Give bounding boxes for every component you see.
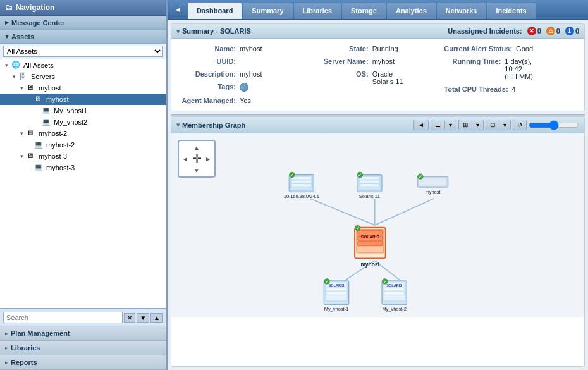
graph-type-dropdown[interactable]: ▾ xyxy=(499,120,510,130)
tab-storage[interactable]: Storage xyxy=(342,3,386,19)
tab-analytics[interactable]: Analytics xyxy=(387,3,436,19)
myhost-center-os-label: SOLARIS xyxy=(361,235,380,239)
svg-text:✓: ✓ xyxy=(358,173,362,177)
search-input[interactable] xyxy=(3,312,123,323)
agent-managed-row: Agent Managed: Yes xyxy=(179,96,312,106)
graph-node-vhost1[interactable]: SOLARIS ✓ My_vhost-1 xyxy=(324,278,348,312)
tree-item-myhost3[interactable]: 💻 myhost-3 xyxy=(0,162,166,173)
tab-summary[interactable]: Summary xyxy=(243,3,292,19)
incidents-orange-badge: ⚠ 0 xyxy=(546,27,560,35)
tab-incidents[interactable]: Incidents xyxy=(487,3,535,19)
graph-node-solaris[interactable]: ✓ Solaris 11 xyxy=(357,172,382,199)
compass-center-btn[interactable]: ✛ xyxy=(192,152,202,166)
tags-label: Tags: xyxy=(179,83,236,90)
tags-icon xyxy=(240,83,248,92)
search-clear-button[interactable]: ✕ xyxy=(124,313,135,323)
svg-rect-9 xyxy=(419,178,447,186)
graph-layout-grid[interactable]: ⊞ xyxy=(459,120,472,130)
sidebar: 🗂 Navigation ▸ Message Center ▾ Assets A… xyxy=(0,0,168,370)
tree-item-vhost2[interactable]: 💻 My_vhost2 xyxy=(0,116,166,128)
tree-item-vhost1[interactable]: 💻 My_vhost1 xyxy=(0,105,166,116)
tab-dashboard[interactable]: Dashboard xyxy=(188,3,242,19)
graph-refresh[interactable]: ↺ xyxy=(513,120,527,130)
graph-node-myhost-top[interactable]: ✓ myhost xyxy=(417,174,448,195)
search-down-button[interactable]: ▼ xyxy=(137,313,149,323)
tree-item-myhost-selected[interactable]: 🖥 myhost xyxy=(0,94,166,105)
running-time-row: Running Time: 1 day(s),10:42(HH:MM) xyxy=(444,56,577,82)
graph-controls: ◄ ☰ ▾ ⊞ ▾ ⊡ ▾ ↺ xyxy=(413,120,579,130)
membership-graph-svg: ✓ 10.166.88.0/24.1 ✓ Solaris 11 xyxy=(171,133,584,317)
graph-body: ▲ ◄ ✛ ► ▼ xyxy=(171,133,584,317)
graph-header-left: ▾ Membership Graph xyxy=(176,121,245,129)
myhost-icon: 🖥 xyxy=(34,95,44,104)
tab-networks[interactable]: Networks xyxy=(437,3,486,19)
os-label: OS: xyxy=(312,70,369,78)
tree-item-myhost-parent[interactable]: ▾ 🖥 myhost xyxy=(0,82,166,94)
tree-item-myhost3-parent[interactable]: ▾ 🖥 myhost-3 xyxy=(0,151,166,162)
graph-view-list[interactable]: ☰ xyxy=(431,120,445,130)
graph-view-dropdown[interactable]: ▾ xyxy=(445,120,456,130)
zoom-slider[interactable] xyxy=(529,120,579,130)
tab-nav-back[interactable]: ◄ xyxy=(171,4,185,15)
graph-type-icon[interactable]: ⊡ xyxy=(486,120,499,130)
tree-item-myhost2[interactable]: 💻 myhost-2 xyxy=(0,139,166,151)
svg-rect-2 xyxy=(291,184,312,187)
search-up-button[interactable]: ▲ xyxy=(150,313,163,323)
sidebar-item-reports[interactable]: ▸ Reports xyxy=(0,355,166,370)
sidebar-item-libraries[interactable]: ▸ Libraries xyxy=(0,341,166,355)
compass-right-btn[interactable]: ► xyxy=(205,156,211,163)
server-name-row: Server Name: myhost xyxy=(312,56,444,66)
main-content: ◄ Dashboard Summary Libraries Storage An… xyxy=(168,0,588,370)
svg-text:SOLARIS: SOLARIS xyxy=(386,283,402,287)
graph-layout-dropdown[interactable]: ▾ xyxy=(472,120,483,130)
tree-item-servers[interactable]: ▾ 🗄 Servers xyxy=(0,71,166,82)
vhost1-label: My_vhost1 xyxy=(54,107,87,114)
graph-expand-arrow: ▾ xyxy=(176,121,180,128)
asset-type-select[interactable]: All Assets xyxy=(3,46,163,57)
tree-item-myhost2-parent[interactable]: ▾ 🖥 myhost-2 xyxy=(0,128,166,139)
myhost-parent-label: myhost xyxy=(39,84,61,92)
myhost3-parent-label: myhost-3 xyxy=(39,152,67,160)
assets-section[interactable]: ▾ Assets xyxy=(0,30,166,44)
myhost-parent-arrow: ▾ xyxy=(20,85,27,91)
summary-panel: ▾ Summary - SOLARIS Unassigned Incidents… xyxy=(171,23,585,111)
servers-arrow: ▾ xyxy=(13,73,19,80)
myhost2-parent-label: myhost-2 xyxy=(39,130,67,137)
edge-server-to-myhost xyxy=(375,199,434,225)
red-badge-icon: ✕ xyxy=(527,27,536,35)
myhost2-icon: 💻 xyxy=(34,140,44,149)
sidebar-item-plan-management[interactable]: ▸ Plan Management xyxy=(0,326,166,341)
graph-layout-buttons: ⊞ ▾ xyxy=(458,120,484,130)
compass-down-btn[interactable]: ▼ xyxy=(193,167,200,174)
running-time-value: 1 day(s),10:42(HH:MM) xyxy=(505,58,533,80)
svg-text:✓: ✓ xyxy=(356,226,360,231)
myhost3-parent-icon: 🖥 xyxy=(27,152,37,161)
myhost3-icon: 💻 xyxy=(34,163,44,172)
graph-node-network[interactable]: ✓ 10.166.88.0/24.1 xyxy=(284,172,319,199)
svg-text:✓: ✓ xyxy=(325,280,329,284)
myhost2-label: myhost-2 xyxy=(46,141,75,149)
incidents-red-badge: ✕ 0 xyxy=(527,27,541,35)
compass-up-btn[interactable]: ▲ xyxy=(193,144,200,151)
svg-rect-18 xyxy=(326,292,346,295)
tags-row: Tags: xyxy=(179,82,312,93)
graph-node-vhost2[interactable]: SOLARIS ✓ My_vhost-2 xyxy=(382,278,407,312)
svg-rect-13 xyxy=(358,241,383,245)
message-center-section[interactable]: ▸ Message Center xyxy=(0,16,166,30)
vhost2-icon: 💻 xyxy=(42,118,52,126)
network-node-label: 10.166.88.0/24.1 xyxy=(284,194,319,199)
compass-left-btn[interactable]: ◄ xyxy=(182,156,188,163)
name-row: Name: myhost xyxy=(179,44,312,54)
all-assets-label: All Assets xyxy=(23,61,54,69)
name-label: Name: xyxy=(179,45,236,52)
graph-view-buttons: ☰ ▾ xyxy=(431,120,456,130)
membership-graph-panel: ▾ Membership Graph ◄ ☰ ▾ ⊞ ▾ ⊡ ▾ xyxy=(171,116,585,367)
tab-libraries[interactable]: Libraries xyxy=(294,3,341,19)
tree-item-all-assets[interactable]: ▾ 🌐 All Assets xyxy=(0,59,166,71)
compass-arrows: ▲ ◄ ✛ ► ▼ xyxy=(180,142,214,176)
graph-nav-back[interactable]: ◄ xyxy=(413,120,429,130)
uuid-label: UUID: xyxy=(179,58,236,65)
graph-node-myhost-center[interactable]: SOLARIS ✓ myhost xyxy=(355,225,386,268)
incidents-blue-badge: ℹ 0 xyxy=(565,27,579,35)
summary-panel-title: Summary - SOLARIS xyxy=(182,27,251,35)
